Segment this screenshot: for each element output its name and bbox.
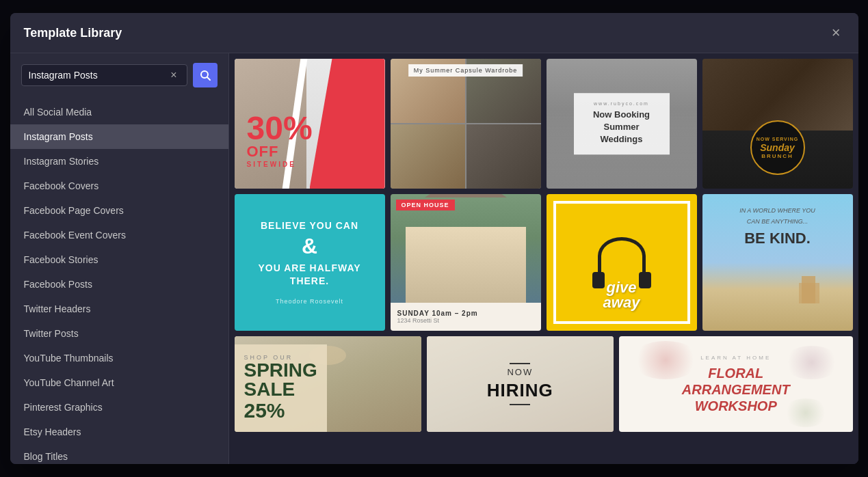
now-text: NOW bbox=[507, 367, 533, 377]
brunch-text: BRUNCH bbox=[761, 153, 793, 159]
modal-overlay: Template Library × × bbox=[0, 0, 868, 477]
sidebar-item-facebook-posts[interactable]: Facebook Posts bbox=[10, 272, 228, 297]
sidebar-item-youtube-thumbnails[interactable]: YouTube Thumbnails bbox=[10, 346, 228, 370]
template-card-spring-sale[interactable]: SHOP OUR SPRINGSALE 25% bbox=[235, 336, 421, 432]
sunday-text: Sunday bbox=[760, 142, 795, 153]
wedding-text-box: www.rubyco.com Now BookingSummer Wedding… bbox=[574, 93, 670, 154]
sidebar-item-youtube-channel-art[interactable]: YouTube Channel Art bbox=[10, 370, 228, 395]
template-card-openhouse[interactable]: OPEN HOUSE SUNDAY 10am – 2pm 1234 Rosett… bbox=[391, 194, 541, 331]
content-area[interactable]: 30% OFF SITEWIDE bbox=[229, 53, 858, 464]
spring-sale-text: SPRINGSALE bbox=[244, 361, 317, 399]
sidebar-item-twitter-headers[interactable]: Twitter Headers bbox=[10, 297, 228, 321]
sale-30-text: 30% bbox=[247, 113, 313, 143]
search-input-wrapper: × bbox=[21, 64, 187, 86]
search-button[interactable] bbox=[193, 63, 218, 87]
template-card-wardrobe[interactable]: My Summer Capsule Wardrobe bbox=[391, 59, 541, 189]
modal-body: × All Social Media Instagram Posts Insta… bbox=[10, 53, 858, 464]
sale-sitewide-text: SITEWIDE bbox=[247, 161, 313, 168]
wardrobe-title: My Summer Capsule Wardrobe bbox=[408, 64, 523, 77]
bekind-main-text: BE KIND. bbox=[713, 230, 842, 247]
template-card-floral[interactable]: LEARN AT HOME FLORALARRANGEMENTWORKSHOP bbox=[619, 336, 853, 432]
modal-title: Template Library bbox=[24, 26, 122, 40]
address-text: 1234 Rosetti St bbox=[397, 317, 534, 324]
amp-text: & bbox=[302, 234, 317, 259]
template-row-1: 30% OFF SITEWIDE bbox=[235, 59, 853, 189]
sidebar-item-twitter-posts[interactable]: Twitter Posts bbox=[10, 321, 228, 346]
search-clear-button[interactable]: × bbox=[168, 69, 179, 81]
search-bar: × bbox=[10, 53, 228, 97]
close-button[interactable]: × bbox=[828, 24, 845, 42]
open-house-badge: OPEN HOUSE bbox=[396, 200, 455, 210]
sidebar-nav: All Social Media Instagram Posts Instagr… bbox=[10, 97, 228, 464]
template-card-sale[interactable]: 30% OFF SITEWIDE bbox=[235, 59, 385, 189]
template-library-modal: Template Library × × bbox=[10, 13, 858, 464]
template-row-3: SHOP OUR SPRINGSALE 25% bbox=[235, 336, 853, 432]
sidebar-item-instagram-posts[interactable]: Instagram Posts bbox=[10, 124, 228, 149]
template-card-now-hiring[interactable]: NOW HIRING bbox=[427, 336, 614, 432]
sidebar-item-blog-titles[interactable]: Blog Titles bbox=[10, 444, 228, 464]
sidebar: × All Social Media Instagram Posts Insta… bbox=[10, 53, 229, 464]
hiring-text: HIRING bbox=[487, 380, 553, 401]
brunch-badge: NOW SERVING Sunday BRUNCH bbox=[750, 120, 805, 175]
modal-header: Template Library × bbox=[10, 13, 858, 53]
website-text: www.rubyco.com bbox=[585, 101, 659, 106]
sunday-time-text: SUNDAY 10am – 2pm bbox=[397, 310, 534, 317]
floral-title-text: FLORALARRANGEMENTWORKSHOP bbox=[682, 365, 790, 414]
bekind-pre-text: IN A WORLD WHERE YOUCAN BE ANYTHING... bbox=[713, 205, 842, 227]
halfway-text: YOU ARE HALFWAYTHERE. bbox=[258, 262, 360, 286]
sidebar-item-pinterest-graphics[interactable]: Pinterest Graphics bbox=[10, 395, 228, 420]
sidebar-item-facebook-event-covers[interactable]: Facebook Event Covers bbox=[10, 223, 228, 247]
template-card-wedding[interactable]: www.rubyco.com Now BookingSummer Wedding… bbox=[547, 59, 697, 189]
believe-text: BELIEVE YOU CAN bbox=[261, 220, 358, 231]
search-input[interactable] bbox=[29, 70, 168, 81]
sidebar-item-instagram-stories[interactable]: Instagram Stories bbox=[10, 149, 228, 174]
sidebar-item-facebook-stories[interactable]: Facebook Stories bbox=[10, 247, 228, 272]
sidebar-item-all-social-media[interactable]: All Social Media bbox=[10, 100, 228, 124]
template-card-bekind[interactable]: IN A WORLD WHERE YOUCAN BE ANYTHING... B… bbox=[702, 194, 853, 331]
sidebar-item-facebook-covers[interactable]: Facebook Covers bbox=[10, 174, 228, 198]
now-booking-text: Now BookingSummer Weddings bbox=[585, 109, 659, 146]
template-card-giveaway[interactable]: giveaway bbox=[547, 194, 697, 331]
sidebar-item-etsy-headers[interactable]: Etsy Headers bbox=[10, 420, 228, 444]
search-icon bbox=[200, 70, 211, 81]
template-card-motivational[interactable]: BELIEVE YOU CAN & YOU ARE HALFWAYTHERE. … bbox=[235, 194, 385, 331]
svg-line-1 bbox=[207, 77, 210, 80]
giveaway-text: giveaway bbox=[603, 280, 640, 310]
template-card-brunch[interactable]: NOW SERVING Sunday BRUNCH bbox=[702, 59, 853, 189]
sidebar-item-facebook-page-covers[interactable]: Facebook Page Covers bbox=[10, 198, 228, 223]
floral-label: LEARN AT HOME bbox=[700, 355, 771, 361]
template-row-2: BELIEVE YOU CAN & YOU ARE HALFWAYTHERE. … bbox=[235, 194, 853, 331]
quote-author: Theodore Roosevelt bbox=[276, 298, 343, 305]
now-serving-text: NOW SERVING bbox=[757, 136, 798, 143]
spring-percent: 25% bbox=[244, 399, 317, 422]
